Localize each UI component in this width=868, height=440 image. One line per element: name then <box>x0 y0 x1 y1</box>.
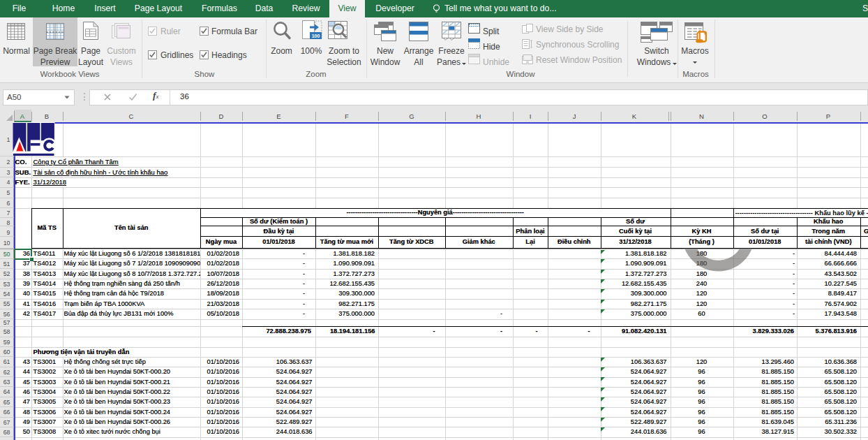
svg-text:100: 100 <box>312 34 320 38</box>
